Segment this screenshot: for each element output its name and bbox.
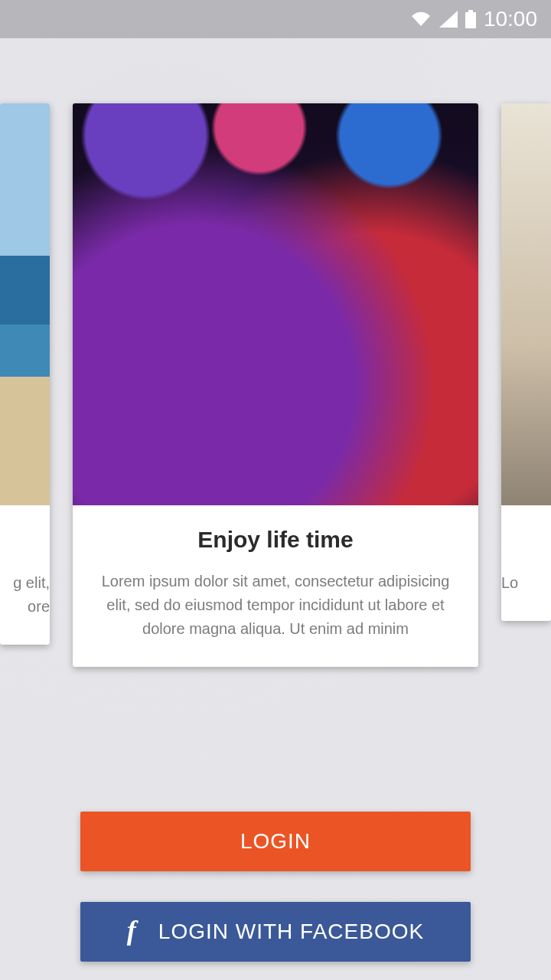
carousel-card-prev[interactable]: g elit, ore [0, 103, 50, 645]
card-body-fragment: Lo [501, 571, 543, 595]
card-image [501, 103, 551, 505]
status-time: 10:00 [484, 7, 537, 31]
card-title: Enjoy life time [94, 527, 457, 553]
facebook-icon: f [127, 916, 137, 944]
carousel-card-current[interactable]: Enjoy life time Lorem ipsum dolor sit am… [73, 103, 478, 667]
svg-rect-0 [465, 12, 476, 28]
facebook-login-label: LOGIN WITH FACEBOOK [158, 920, 424, 944]
svg-rect-1 [468, 10, 473, 12]
cellular-icon [439, 11, 458, 28]
card-image [73, 103, 478, 505]
login-button[interactable]: LOGIN [80, 812, 471, 871]
card-body-fragment: g elit, ore [8, 571, 50, 619]
carousel-card-next[interactable]: Lo [501, 103, 551, 621]
onboarding-carousel[interactable]: g elit, ore Enjoy life time Lorem ipsum … [0, 103, 551, 739]
wifi-icon [410, 11, 432, 28]
facebook-login-button[interactable]: f LOGIN WITH FACEBOOK [80, 902, 471, 962]
status-bar: 10:00 [0, 0, 551, 38]
card-body: Lorem ipsum dolor sit amet, consectetur … [94, 570, 457, 641]
card-image [0, 103, 50, 505]
login-button-label: LOGIN [240, 829, 311, 854]
battery-icon [465, 10, 476, 28]
